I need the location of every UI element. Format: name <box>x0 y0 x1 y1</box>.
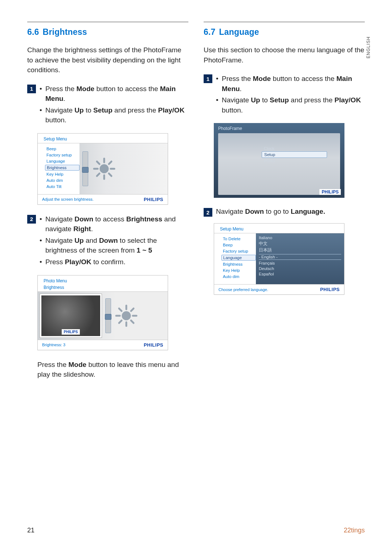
svg-line-16 <box>131 308 134 311</box>
menu-item: Auto dim <box>221 274 256 279</box>
svg-line-15 <box>131 320 134 323</box>
step1-bullet2: Navigate Up to Setup and press the Play/… <box>40 105 188 125</box>
shot1-header: Setup Menu <box>38 134 168 143</box>
menu-item: Auto dim <box>45 178 79 183</box>
svg-line-14 <box>119 308 122 311</box>
lang-option: Italiano <box>259 236 341 240</box>
sun-icon <box>115 304 138 327</box>
brightness-slider-icon <box>105 298 111 333</box>
step-badge: 2 <box>204 208 212 217</box>
step2-bullet2: Navigate Up and Down to select the brigh… <box>40 236 188 255</box>
menu-item-selected: Brightness <box>45 165 79 171</box>
screenshot-photo-brightness: Photo Menu Brightness PHILIPS <box>37 275 168 350</box>
menu-item: Photo <box>262 158 336 164</box>
step-1-brightness: 1 Press the Mode button to access the Ma… <box>27 84 188 127</box>
step-badge: 1 <box>27 85 36 93</box>
screenshot-setup-brightness: Setup Menu Beep Factory setup Language B… <box>37 133 168 205</box>
step2-line: Navigate Down to go to Language. <box>216 207 365 216</box>
step1-bullet1: Press the Mode button to access the Main… <box>216 74 365 94</box>
left-column: 6.6Brightness Change the brightness sett… <box>27 22 188 380</box>
screenshot-main-menu: PhotoFrame Clock Setup Photo PHILIPS <box>214 123 344 198</box>
menu-item: Brightness <box>221 262 256 267</box>
lang-option: Français <box>259 261 341 265</box>
top-rule-left <box>27 22 188 22</box>
menu-item: Clock <box>262 146 336 151</box>
lang-option: 中文 <box>259 241 341 246</box>
sun-icon <box>93 157 116 180</box>
menu-item: Key Help <box>221 268 256 273</box>
language-sidetab: ENGLISH <box>366 36 371 58</box>
shot3-title: PhotoFrame <box>218 126 340 131</box>
menu-item: Factory setup <box>45 152 79 158</box>
menu-item: Beep <box>45 146 79 151</box>
page-footer: 21 22tings <box>27 527 365 534</box>
svg-line-7 <box>109 162 111 164</box>
svg-point-9 <box>123 312 130 319</box>
philips-logo: PHILIPS <box>144 197 163 202</box>
lang-option: 日本語 <box>259 248 341 253</box>
svg-line-17 <box>119 320 122 323</box>
menu-item: Key Help <box>45 172 79 177</box>
shot2-hdr2: Brightness <box>38 285 168 291</box>
shot4-menu: To Delete Beep Factory setup Language Br… <box>214 233 256 284</box>
content-columns: 6.6Brightness Change the brightness sett… <box>27 22 365 380</box>
lang-option-selected: - English - <box>259 254 341 260</box>
shot4-header: Setup Menu <box>214 224 344 233</box>
shot3-panel: Clock Setup Photo <box>218 133 340 195</box>
philips-logo: PHILIPS <box>144 342 163 348</box>
shot1-menu: Beep Factory setup Language Brightness K… <box>38 143 79 194</box>
photo-thumbnail: PHILIPS <box>40 294 102 338</box>
brightness-slider-icon <box>82 151 88 186</box>
menu-item: Factory setup <box>221 249 256 254</box>
philips-logo: PHILIPS <box>319 189 341 195</box>
top-rule-right <box>204 22 365 22</box>
menu-item: To Delete <box>221 236 256 241</box>
step-1-language: 1 Press the Mode button to access the Ma… <box>204 74 365 116</box>
section-heading: Language <box>219 27 259 37</box>
svg-line-6 <box>109 173 111 176</box>
lang-option: Deutsch <box>259 266 341 271</box>
step1-bullet1: Press the Mode button to access the Main… <box>40 84 188 104</box>
svg-line-8 <box>97 173 99 176</box>
step1-bullet2: Navigate Up to Setup and press the Play/… <box>216 95 365 115</box>
page-number-left: 21 <box>27 527 34 534</box>
shot1-footer-text: Adjust the screen brightness. <box>42 197 94 201</box>
lang-option: Español <box>259 272 341 276</box>
section-heading: Brightness <box>43 27 87 37</box>
philips-logo: PHILIPS <box>320 287 340 292</box>
menu-item-selected: Language <box>221 255 256 261</box>
section-title-brightness: 6.6Brightness <box>27 27 188 37</box>
shot2-hdr1: Photo Menu <box>38 275 168 285</box>
page-footer-right: 22tings <box>344 527 365 534</box>
step-badge: 2 <box>27 215 36 224</box>
screenshot-setup-language: Setup Menu To Delete Beep Factory setup … <box>214 223 344 295</box>
right-column: 6.7Language Use this section to choose t… <box>204 22 365 380</box>
menu-item: Language <box>45 159 79 164</box>
shot4-lang-list: Italiano 中文 日本語 - English - Français Deu… <box>256 233 344 284</box>
menu-item: Auto Tilt <box>45 184 79 189</box>
shot1-preview <box>79 143 168 194</box>
note-brightness: Press the Mode button to leave this menu… <box>37 360 188 380</box>
intro-brightness: Change the brightness settings of the Ph… <box>27 45 188 75</box>
step2-bullet3: Press Play/OK to confirm. <box>40 257 188 267</box>
section-num: 6.6 <box>27 27 39 37</box>
step-2-brightness: 2 Navigate Down to access Brightness and… <box>27 214 188 269</box>
step-2-language: 2 Navigate Down to go to Language. <box>204 207 365 217</box>
step2-bullet1: Navigate Down to access Brightness and n… <box>40 214 188 234</box>
philips-logo: PHILIPS <box>62 329 80 335</box>
shot2-footer-text: Brightness: 3 <box>42 343 65 347</box>
section-num: 6.7 <box>204 27 216 37</box>
shot4-footer-text: Choose preferred language. <box>219 287 268 292</box>
section-title-language: 6.7Language <box>204 27 365 37</box>
svg-point-0 <box>101 165 108 172</box>
svg-line-5 <box>97 162 99 164</box>
menu-item: Beep <box>221 242 256 248</box>
step-badge: 1 <box>204 74 212 83</box>
intro-language: Use this section to choose the menu lang… <box>204 45 365 65</box>
menu-item-selected: Setup <box>262 151 327 158</box>
